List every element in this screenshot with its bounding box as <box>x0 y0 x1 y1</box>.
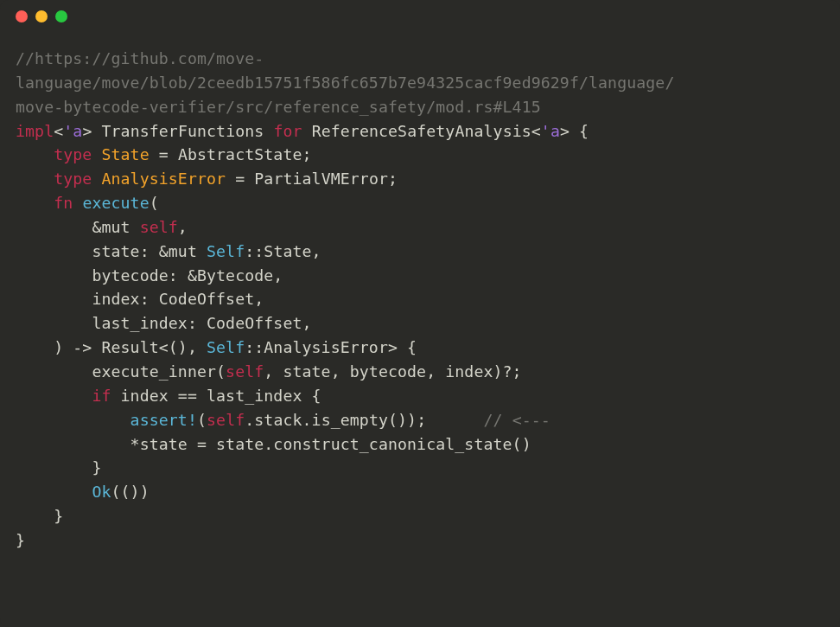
indent <box>16 218 92 236</box>
brace: } <box>16 531 25 549</box>
self: self <box>207 411 245 429</box>
dcolon: :: <box>245 338 264 356</box>
dcolon: :: <box>245 242 264 260</box>
assoc-type: State <box>101 145 149 163</box>
kw-impl: impl <box>16 122 54 140</box>
type-name: AbstractState <box>178 145 302 163</box>
minimize-icon[interactable] <box>35 10 48 22</box>
indent <box>16 145 54 163</box>
stmt: *state = state.construct_canonical_state… <box>130 435 531 453</box>
comma: , <box>312 242 321 260</box>
comment-line: //https://github.com/move- <box>16 49 264 67</box>
if-cond: index == last_index { <box>111 387 321 405</box>
code-block[interactable]: //https://github.com/move- language/move… <box>16 47 824 553</box>
indent <box>16 338 54 356</box>
ok-call: Ok <box>92 483 111 501</box>
indent <box>16 507 54 525</box>
type-name: ReferenceSafetyAnalysis <box>312 122 531 140</box>
self-type: Self <box>207 242 245 260</box>
indent <box>16 290 92 308</box>
indent <box>16 170 54 188</box>
semi: ; <box>388 170 398 188</box>
punct: > <box>560 122 570 140</box>
lifetime: 'a <box>541 122 560 140</box>
indent <box>16 411 130 429</box>
close-icon[interactable] <box>16 10 28 22</box>
indent <box>16 266 92 285</box>
assoc: State <box>264 242 311 260</box>
brace: { <box>570 122 589 140</box>
space <box>92 170 101 188</box>
punct: < <box>54 122 63 140</box>
brace: } <box>92 458 101 477</box>
code-window[interactable]: //https://github.com/move- language/move… <box>0 0 840 627</box>
paren: ( <box>197 411 207 429</box>
indent <box>16 314 92 332</box>
type-name: PartialVMError <box>254 170 388 188</box>
self-type: Self <box>207 338 245 356</box>
kw-for: for <box>273 122 302 140</box>
param: bytecode: &Bytecode, <box>92 266 283 285</box>
return-sig: ) -> Result<(), <box>54 338 207 356</box>
kw-if: if <box>92 387 111 405</box>
call: execute_inner( <box>92 362 226 381</box>
semi: ; <box>302 145 312 163</box>
indent <box>16 458 92 477</box>
indent <box>16 242 92 260</box>
assoc: AnalysisError <box>264 338 388 356</box>
punct: < <box>531 122 541 140</box>
space <box>264 122 273 140</box>
space <box>73 194 82 212</box>
type-name: TransferFunctions <box>102 122 264 140</box>
title-bar <box>0 0 840 33</box>
comment-line: move-bytecode-verifier/src/reference_saf… <box>16 98 541 116</box>
indent <box>16 387 92 405</box>
code-area[interactable]: //https://github.com/move- language/move… <box>0 33 840 570</box>
kw-type: type <box>54 145 92 163</box>
space <box>302 122 312 140</box>
eq: = <box>226 170 254 188</box>
indent <box>16 362 92 381</box>
space <box>92 145 101 163</box>
indent <box>16 194 54 212</box>
paren: ( <box>150 194 159 212</box>
punct: > <box>82 122 92 140</box>
param: last_index: CodeOffset, <box>92 314 311 332</box>
comment-arrow: // <--- <box>484 411 550 429</box>
self: self <box>226 362 264 381</box>
brace: } <box>54 507 63 525</box>
assert-macro: assert! <box>130 411 197 429</box>
call-tail: , state, bytecode, index)?; <box>264 362 521 381</box>
amp-mut: &mut <box>92 218 139 236</box>
space <box>92 122 101 140</box>
ok-parens: (()) <box>111 483 150 501</box>
indent <box>16 435 130 453</box>
lifetime: 'a <box>63 122 82 140</box>
param: state: <box>92 242 158 260</box>
assoc-type: AnalysisError <box>101 170 226 188</box>
amp-mut: &mut <box>159 242 207 260</box>
maximize-icon[interactable] <box>55 10 67 22</box>
self: self <box>140 218 178 236</box>
kw-fn: fn <box>54 194 73 212</box>
comma: , <box>178 218 188 236</box>
kw-type: type <box>54 170 92 188</box>
eq: = <box>150 145 178 163</box>
indent <box>16 483 92 501</box>
gap <box>426 411 483 429</box>
assert-tail: .stack.is_empty()); <box>245 411 426 429</box>
comment-line: language/move/blob/2ceedb15751f586fc657b… <box>16 74 674 92</box>
param: index: CodeOffset, <box>92 290 264 308</box>
result-tail: > { <box>388 338 417 356</box>
fn-name: execute <box>82 194 149 212</box>
